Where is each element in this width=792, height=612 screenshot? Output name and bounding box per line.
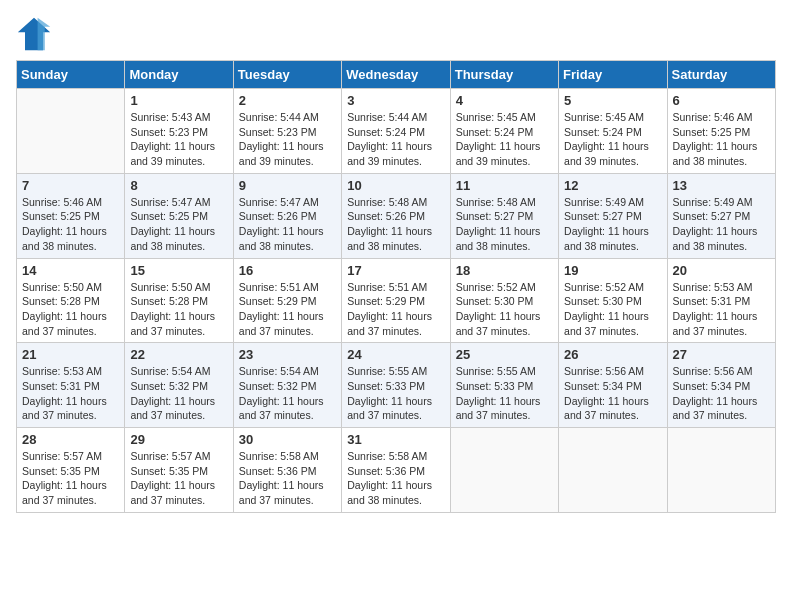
table-row: 4Sunrise: 5:45 AM Sunset: 5:24 PM Daylig… <box>450 89 558 174</box>
day-info: Sunrise: 5:49 AM Sunset: 5:27 PM Dayligh… <box>564 195 661 254</box>
day-info: Sunrise: 5:55 AM Sunset: 5:33 PM Dayligh… <box>456 364 553 423</box>
calendar-week-row: 14Sunrise: 5:50 AM Sunset: 5:28 PM Dayli… <box>17 258 776 343</box>
day-info: Sunrise: 5:44 AM Sunset: 5:24 PM Dayligh… <box>347 110 444 169</box>
day-info: Sunrise: 5:56 AM Sunset: 5:34 PM Dayligh… <box>564 364 661 423</box>
day-number: 17 <box>347 263 444 278</box>
day-number: 13 <box>673 178 770 193</box>
day-number: 7 <box>22 178 119 193</box>
logo-icon <box>16 16 52 52</box>
day-number: 2 <box>239 93 336 108</box>
table-row: 24Sunrise: 5:55 AM Sunset: 5:33 PM Dayli… <box>342 343 450 428</box>
calendar-header-row: SundayMondayTuesdayWednesdayThursdayFrid… <box>17 61 776 89</box>
table-row: 5Sunrise: 5:45 AM Sunset: 5:24 PM Daylig… <box>559 89 667 174</box>
svg-marker-0 <box>18 18 50 50</box>
table-row: 3Sunrise: 5:44 AM Sunset: 5:24 PM Daylig… <box>342 89 450 174</box>
table-row: 9Sunrise: 5:47 AM Sunset: 5:26 PM Daylig… <box>233 173 341 258</box>
day-of-week-header: Tuesday <box>233 61 341 89</box>
table-row: 1Sunrise: 5:43 AM Sunset: 5:23 PM Daylig… <box>125 89 233 174</box>
day-info: Sunrise: 5:48 AM Sunset: 5:27 PM Dayligh… <box>456 195 553 254</box>
day-number: 12 <box>564 178 661 193</box>
day-number: 28 <box>22 432 119 447</box>
table-row: 20Sunrise: 5:53 AM Sunset: 5:31 PM Dayli… <box>667 258 775 343</box>
day-number: 8 <box>130 178 227 193</box>
day-number: 3 <box>347 93 444 108</box>
day-of-week-header: Friday <box>559 61 667 89</box>
day-number: 27 <box>673 347 770 362</box>
page-header <box>16 16 776 52</box>
table-row: 14Sunrise: 5:50 AM Sunset: 5:28 PM Dayli… <box>17 258 125 343</box>
day-info: Sunrise: 5:46 AM Sunset: 5:25 PM Dayligh… <box>22 195 119 254</box>
logo <box>16 16 58 52</box>
day-info: Sunrise: 5:45 AM Sunset: 5:24 PM Dayligh… <box>564 110 661 169</box>
table-row: 19Sunrise: 5:52 AM Sunset: 5:30 PM Dayli… <box>559 258 667 343</box>
table-row: 29Sunrise: 5:57 AM Sunset: 5:35 PM Dayli… <box>125 428 233 513</box>
table-row <box>17 89 125 174</box>
day-number: 14 <box>22 263 119 278</box>
day-number: 29 <box>130 432 227 447</box>
day-number: 26 <box>564 347 661 362</box>
table-row: 22Sunrise: 5:54 AM Sunset: 5:32 PM Dayli… <box>125 343 233 428</box>
svg-marker-1 <box>38 18 51 50</box>
day-info: Sunrise: 5:53 AM Sunset: 5:31 PM Dayligh… <box>22 364 119 423</box>
day-info: Sunrise: 5:45 AM Sunset: 5:24 PM Dayligh… <box>456 110 553 169</box>
table-row: 17Sunrise: 5:51 AM Sunset: 5:29 PM Dayli… <box>342 258 450 343</box>
table-row: 8Sunrise: 5:47 AM Sunset: 5:25 PM Daylig… <box>125 173 233 258</box>
table-row: 30Sunrise: 5:58 AM Sunset: 5:36 PM Dayli… <box>233 428 341 513</box>
day-number: 19 <box>564 263 661 278</box>
day-number: 23 <box>239 347 336 362</box>
calendar-week-row: 28Sunrise: 5:57 AM Sunset: 5:35 PM Dayli… <box>17 428 776 513</box>
day-number: 20 <box>673 263 770 278</box>
day-info: Sunrise: 5:46 AM Sunset: 5:25 PM Dayligh… <box>673 110 770 169</box>
day-number: 6 <box>673 93 770 108</box>
table-row: 31Sunrise: 5:58 AM Sunset: 5:36 PM Dayli… <box>342 428 450 513</box>
day-number: 1 <box>130 93 227 108</box>
calendar-table: SundayMondayTuesdayWednesdayThursdayFrid… <box>16 60 776 513</box>
day-of-week-header: Saturday <box>667 61 775 89</box>
day-number: 5 <box>564 93 661 108</box>
day-info: Sunrise: 5:44 AM Sunset: 5:23 PM Dayligh… <box>239 110 336 169</box>
table-row: 2Sunrise: 5:44 AM Sunset: 5:23 PM Daylig… <box>233 89 341 174</box>
day-info: Sunrise: 5:53 AM Sunset: 5:31 PM Dayligh… <box>673 280 770 339</box>
day-number: 24 <box>347 347 444 362</box>
day-number: 22 <box>130 347 227 362</box>
table-row: 6Sunrise: 5:46 AM Sunset: 5:25 PM Daylig… <box>667 89 775 174</box>
day-number: 15 <box>130 263 227 278</box>
day-number: 31 <box>347 432 444 447</box>
day-info: Sunrise: 5:49 AM Sunset: 5:27 PM Dayligh… <box>673 195 770 254</box>
table-row: 13Sunrise: 5:49 AM Sunset: 5:27 PM Dayli… <box>667 173 775 258</box>
day-info: Sunrise: 5:54 AM Sunset: 5:32 PM Dayligh… <box>130 364 227 423</box>
day-of-week-header: Wednesday <box>342 61 450 89</box>
day-number: 16 <box>239 263 336 278</box>
day-number: 4 <box>456 93 553 108</box>
day-of-week-header: Thursday <box>450 61 558 89</box>
table-row: 18Sunrise: 5:52 AM Sunset: 5:30 PM Dayli… <box>450 258 558 343</box>
day-info: Sunrise: 5:48 AM Sunset: 5:26 PM Dayligh… <box>347 195 444 254</box>
table-row: 21Sunrise: 5:53 AM Sunset: 5:31 PM Dayli… <box>17 343 125 428</box>
day-info: Sunrise: 5:52 AM Sunset: 5:30 PM Dayligh… <box>564 280 661 339</box>
table-row <box>450 428 558 513</box>
day-number: 25 <box>456 347 553 362</box>
day-of-week-header: Sunday <box>17 61 125 89</box>
day-info: Sunrise: 5:50 AM Sunset: 5:28 PM Dayligh… <box>22 280 119 339</box>
calendar-week-row: 1Sunrise: 5:43 AM Sunset: 5:23 PM Daylig… <box>17 89 776 174</box>
day-info: Sunrise: 5:47 AM Sunset: 5:26 PM Dayligh… <box>239 195 336 254</box>
day-of-week-header: Monday <box>125 61 233 89</box>
table-row: 10Sunrise: 5:48 AM Sunset: 5:26 PM Dayli… <box>342 173 450 258</box>
day-info: Sunrise: 5:57 AM Sunset: 5:35 PM Dayligh… <box>130 449 227 508</box>
table-row <box>667 428 775 513</box>
day-info: Sunrise: 5:55 AM Sunset: 5:33 PM Dayligh… <box>347 364 444 423</box>
table-row: 12Sunrise: 5:49 AM Sunset: 5:27 PM Dayli… <box>559 173 667 258</box>
calendar-week-row: 21Sunrise: 5:53 AM Sunset: 5:31 PM Dayli… <box>17 343 776 428</box>
day-info: Sunrise: 5:54 AM Sunset: 5:32 PM Dayligh… <box>239 364 336 423</box>
day-info: Sunrise: 5:51 AM Sunset: 5:29 PM Dayligh… <box>239 280 336 339</box>
day-number: 21 <box>22 347 119 362</box>
day-info: Sunrise: 5:43 AM Sunset: 5:23 PM Dayligh… <box>130 110 227 169</box>
table-row: 16Sunrise: 5:51 AM Sunset: 5:29 PM Dayli… <box>233 258 341 343</box>
table-row: 7Sunrise: 5:46 AM Sunset: 5:25 PM Daylig… <box>17 173 125 258</box>
table-row: 11Sunrise: 5:48 AM Sunset: 5:27 PM Dayli… <box>450 173 558 258</box>
day-info: Sunrise: 5:56 AM Sunset: 5:34 PM Dayligh… <box>673 364 770 423</box>
day-info: Sunrise: 5:52 AM Sunset: 5:30 PM Dayligh… <box>456 280 553 339</box>
day-number: 30 <box>239 432 336 447</box>
day-info: Sunrise: 5:58 AM Sunset: 5:36 PM Dayligh… <box>239 449 336 508</box>
day-info: Sunrise: 5:58 AM Sunset: 5:36 PM Dayligh… <box>347 449 444 508</box>
